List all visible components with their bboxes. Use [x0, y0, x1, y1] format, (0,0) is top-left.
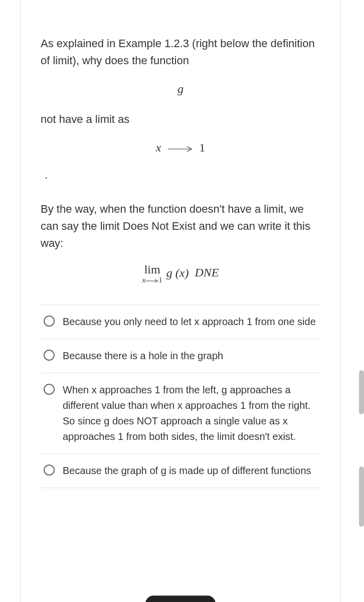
- limit-target: 1: [199, 141, 205, 154]
- option-3[interactable]: When x approaches 1 from the left, g app…: [41, 373, 320, 454]
- dne-text: DNE: [195, 266, 219, 279]
- lim-sub-to: 1: [158, 276, 162, 284]
- function-g: g: [41, 82, 320, 96]
- scrollbar[interactable]: [359, 0, 364, 602]
- option-4-label: Because the graph of g is made up of dif…: [63, 463, 311, 479]
- right-arrow-icon: [168, 146, 192, 152]
- option-1-label: Because you only need to let x approach …: [63, 314, 316, 330]
- lim-body: g (x): [166, 266, 189, 279]
- question-intro-2: not have a limit as: [41, 111, 320, 128]
- option-2[interactable]: Because there is a hole in the graph: [41, 339, 320, 373]
- option-2-label: Because there is a hole in the graph: [63, 348, 223, 364]
- option-3-label: When x approaches 1 from the left, g app…: [63, 382, 317, 444]
- lim-word: lim: [142, 263, 162, 275]
- period: .: [45, 170, 320, 181]
- lim-sub-var: x: [142, 276, 146, 284]
- question-intro-1: As explained in Example 1.2.3 (right bel…: [41, 35, 320, 69]
- limit-expression: x 1: [41, 141, 320, 155]
- radio-icon[interactable]: [44, 316, 55, 327]
- option-4[interactable]: Because the graph of g is made up of dif…: [41, 454, 320, 488]
- radio-icon[interactable]: [44, 350, 55, 361]
- question-intro-3: By the way, when the function doesn't ha…: [41, 201, 320, 252]
- scroll-thumb-1[interactable]: [359, 370, 364, 414]
- lim-stack: lim x1: [142, 263, 162, 284]
- question-card: As explained in Example 1.2.3 (right bel…: [20, 0, 341, 602]
- options-list: Because you only need to let x approach …: [41, 305, 320, 488]
- bottom-handle: [145, 595, 216, 602]
- scroll-thumb-2[interactable]: [359, 467, 364, 527]
- small-right-arrow-icon: [145, 277, 158, 284]
- option-1[interactable]: Because you only need to let x approach …: [41, 305, 320, 339]
- radio-icon[interactable]: [44, 384, 55, 395]
- lim-sub: x1: [142, 276, 162, 284]
- radio-icon[interactable]: [44, 465, 55, 476]
- limit-var: x: [156, 141, 161, 154]
- dne-notation: lim x1 g (x) DNE: [41, 263, 320, 284]
